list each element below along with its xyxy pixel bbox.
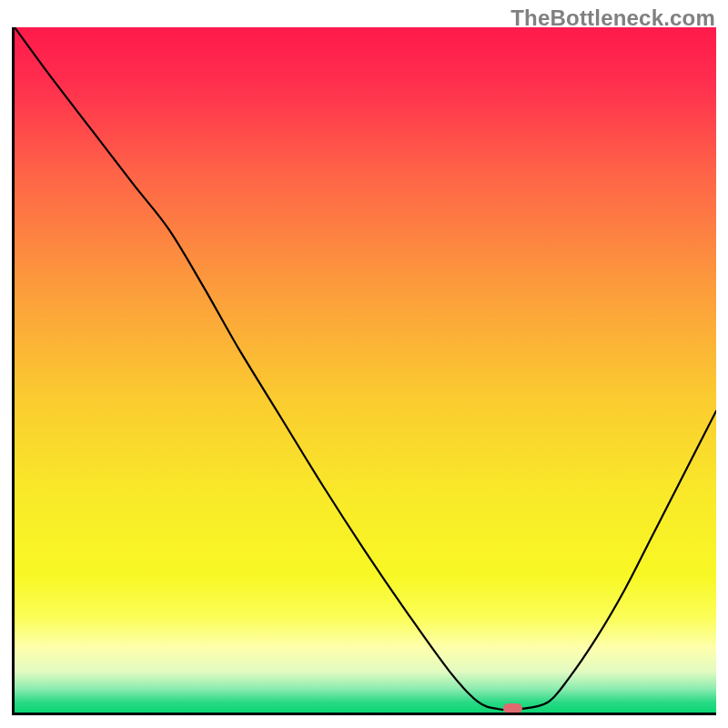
- curve-layer: [15, 27, 716, 713]
- optimal-marker: [503, 703, 522, 713]
- plot-area: [12, 27, 716, 715]
- bottleneck-curve: [15, 27, 716, 710]
- chart-container: TheBottleneck.com: [0, 0, 728, 728]
